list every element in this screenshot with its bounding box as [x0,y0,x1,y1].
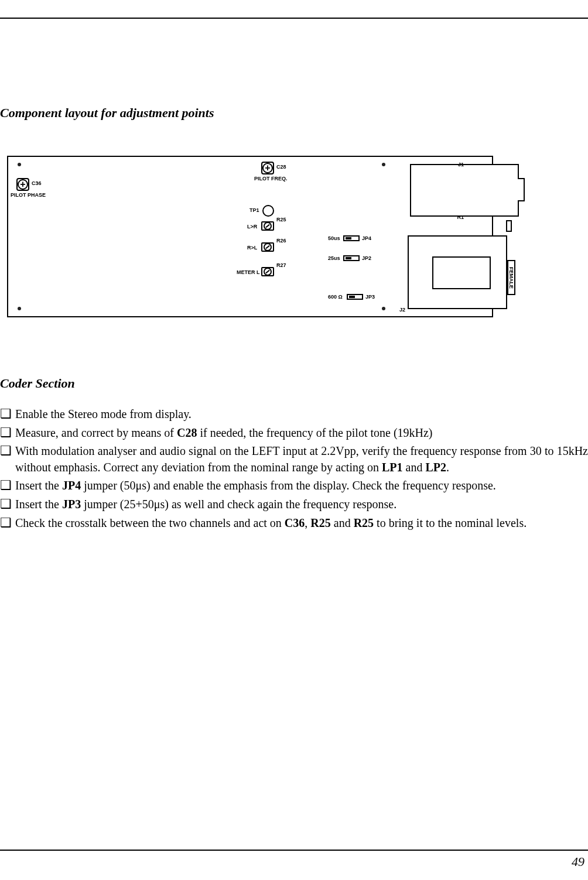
check-text: With modulation analyser and audio signa… [15,443,588,475]
jp-right-1: JP2 [362,255,371,261]
jp2-jumper-icon [343,255,360,261]
check-text: Measure, and correct by means of C28 if … [15,425,588,441]
j1-connector-icon [410,164,519,217]
tp1-icon [262,205,274,217]
checklist: ❑ Enable the Stereo mode from display. ❑… [0,406,588,533]
r1-icon [506,220,512,232]
jp-right-2: JP3 [365,294,375,300]
jp-left-1: 25us [328,255,340,261]
j2-connector-icon: FEMALE [408,235,507,309]
checkbox-icon: ❑ [0,478,15,493]
tp1-label: TP1 [249,207,259,213]
pcb-diagram: C36 PILOT PHASE C28 PILOT FREQ. TP1 L>R … [7,156,493,317]
r1-label: R1 [457,214,464,220]
pot-right-0: R25 [276,217,286,222]
r26-pot-icon [261,242,274,252]
r27-pot-icon [261,267,274,276]
checkbox-icon: ❑ [0,497,15,512]
check-text: Insert the JP3 jumper (25+50μs) as well … [15,497,588,513]
j2-label: J2 [399,307,405,313]
pot-left-0: L>R [247,224,257,230]
check-item-4: ❑ Insert the JP3 jumper (25+50μs) as wel… [0,497,588,513]
checkbox-icon: ❑ [0,425,15,440]
page-number: 49 [572,854,584,869]
j1-label: J1 [458,162,464,167]
pot-right-1: R26 [276,238,286,244]
check-item-2: ❑ With modulation analyser and audio sig… [0,443,588,475]
checkbox-icon: ❑ [0,406,15,422]
c36-adjust-icon [16,178,29,191]
check-item-5: ❑ Check the crosstalk between the two ch… [0,515,588,532]
jp-left-0: 50us [328,235,340,241]
top-rule [0,18,588,19]
heading-component-layout: Component layout for adjustment points [0,105,214,121]
checkbox-icon: ❑ [0,515,15,530]
pot-right-2: R27 [276,262,286,268]
c28-adjust-icon [261,162,274,174]
check-text: Check the crosstalk between the two chan… [15,515,588,532]
check-item-0: ❑ Enable the Stereo mode from display. [0,406,588,423]
jp4-jumper-icon [343,235,360,241]
checkbox-icon: ❑ [0,443,15,458]
heading-coder-section: Coder Section [0,376,75,391]
check-text: Insert the JP4 jumper (50μs) and enable … [15,478,588,494]
check-text: Enable the Stereo mode from display. [15,406,588,423]
c36-label: C36 [32,180,42,186]
bottom-rule [0,850,588,851]
pot-left-2: METER L [237,269,260,275]
jp-left-2: 600 Ω [328,294,343,300]
pilot-phase-label: PILOT PHASE [11,192,46,198]
r25-pot-icon [261,221,274,231]
check-item-1: ❑ Measure, and correct by means of C28 i… [0,425,588,441]
check-item-3: ❑ Insert the JP4 jumper (50μs) and enabl… [0,478,588,494]
pilot-freq-label: PILOT FREQ. [254,176,288,182]
female-label: FEMALE [507,260,515,295]
pot-left-1: R>L [247,245,257,251]
jp3-jumper-icon [347,294,363,300]
jp-right-0: JP4 [362,235,371,241]
c28-label: C28 [276,164,286,170]
